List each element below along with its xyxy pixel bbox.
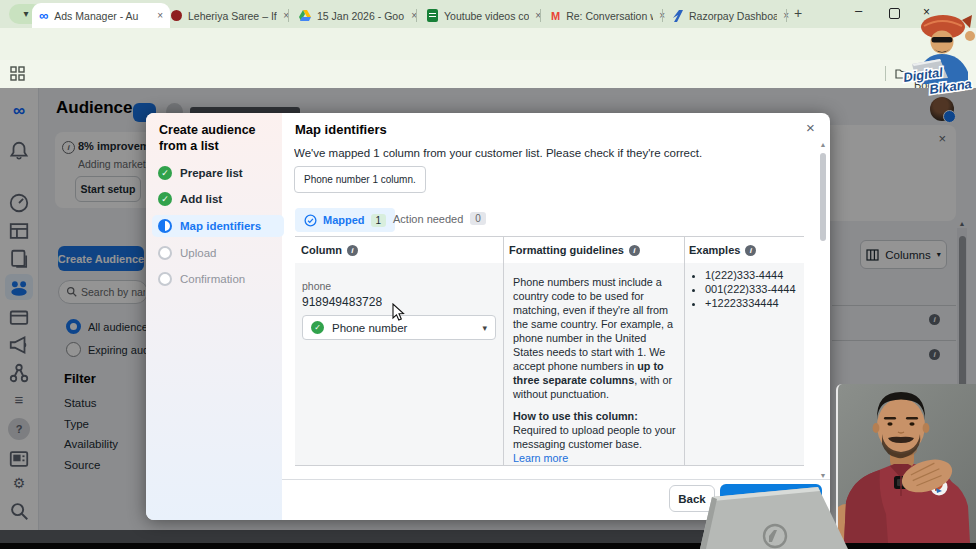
- tab-label: Razorpay Dashboa: [689, 10, 777, 22]
- google-drive-icon: [299, 10, 311, 21]
- column-sample-value: 918949483728: [302, 295, 382, 309]
- table-row: phone 918949483728 ✓ Phone number ▾ Phon…: [295, 263, 804, 465]
- info-icon[interactable]: i: [745, 245, 756, 256]
- tab-separator: [786, 9, 787, 22]
- hp-laptop: [698, 486, 848, 549]
- modal-scrollbar[interactable]: ▲ ▼: [818, 141, 828, 479]
- create-audience-modal: Create audience from a list ✓ Prepare li…: [146, 113, 830, 520]
- tab-separator: [416, 9, 417, 22]
- step-upload[interactable]: Upload: [152, 243, 284, 263]
- step-add-list[interactable]: ✓ Add list: [152, 189, 284, 209]
- mapping-table: Columni Formatting guidelinesi Examplesi…: [295, 236, 804, 466]
- scroll-up-icon[interactable]: ▲: [818, 141, 828, 148]
- caret-down-icon: ▾: [482, 323, 487, 333]
- browser-toolbar: ← → ⟳ adsmanager.facebook.com/adsmanager…: [0, 28, 976, 60]
- example-item: 1(222)333-4444: [705, 268, 796, 282]
- column-divider: [684, 237, 685, 465]
- close-icon[interactable]: ×: [157, 11, 163, 21]
- screen: ▾ ∞ Ads Manager - Au × Leheriya Saree – …: [0, 0, 976, 549]
- tab-mapped[interactable]: Mapped 1: [295, 208, 395, 232]
- wizard-title: Create audience from a list: [159, 122, 271, 154]
- mapped-column-chip[interactable]: Phone number 1 column.: [294, 166, 426, 193]
- window-minimize-button[interactable]: –: [855, 3, 862, 18]
- step-todo-icon: [158, 272, 172, 286]
- tab-separator: [288, 9, 289, 22]
- mouse-cursor: [392, 303, 405, 322]
- site-favicon: [171, 10, 182, 21]
- step-todo-icon: [158, 246, 172, 260]
- tab-label: 15 Jan 2026 - Goo: [317, 10, 405, 22]
- mapped-check-icon: ✓: [311, 321, 324, 334]
- tab-separator: [662, 9, 663, 22]
- google-sheets-icon: [427, 9, 438, 22]
- meta-icon: ∞: [39, 8, 48, 23]
- step-done-icon: ✓: [158, 166, 172, 180]
- tab-action-needed[interactable]: Action needed 0: [393, 212, 486, 225]
- how-to-title: How to use this column:: [513, 409, 677, 423]
- tab-leheriya[interactable]: Leheriya Saree – If ×: [164, 3, 296, 28]
- tab-ads-manager[interactable]: ∞ Ads Manager - Au ×: [32, 3, 170, 28]
- scroll-down-icon[interactable]: ▼: [818, 472, 828, 479]
- channel-mascot-logo: Digital Bikana: [896, 12, 976, 100]
- check-circle-icon: [304, 214, 317, 227]
- presenter-person: [838, 384, 976, 543]
- tab-label: Ads Manager - Au: [54, 10, 151, 22]
- column-divider: [503, 237, 504, 465]
- bookmarks-separator: [885, 66, 886, 81]
- footer-divider: [282, 479, 830, 480]
- examples-list: 1(222)333-4444 001(222)333-4444 +1222333…: [691, 268, 796, 310]
- column-name: phone: [302, 280, 331, 292]
- tab-label: Re: Conversation w: [566, 10, 653, 22]
- step-map-identifiers[interactable]: Map identifiers: [152, 215, 284, 237]
- step-done-icon: ✓: [158, 192, 172, 206]
- mapped-count-badge: 1: [371, 214, 387, 227]
- webcam-overlay: [836, 384, 976, 543]
- modal-scrollbar-thumb[interactable]: [820, 153, 826, 241]
- info-icon[interactable]: i: [347, 245, 358, 256]
- example-item: 001(222)333-4444: [705, 282, 796, 296]
- modal-subtitle: We've mapped 1 column from your customer…: [294, 147, 814, 159]
- example-item: +12223334444: [705, 296, 796, 310]
- apps-grid-icon[interactable]: [10, 66, 25, 81]
- bookmarks-bar: All Bookmarks: [0, 60, 976, 88]
- tab-gmail[interactable]: M Re: Conversation w ×: [544, 3, 672, 28]
- tab-drive[interactable]: 15 Jan 2026 - Goo ×: [292, 3, 424, 28]
- step-confirmation[interactable]: Confirmation: [152, 269, 284, 289]
- tab-label: Youtube videos co: [444, 10, 529, 22]
- modal-close-icon[interactable]: ×: [806, 119, 815, 136]
- wizard-panel: Create audience from a list ✓ Prepare li…: [146, 113, 282, 520]
- formatting-guidelines-text: Phone numbers must include a country cod…: [513, 275, 677, 465]
- new-tab-button[interactable]: +: [794, 5, 802, 21]
- tab-label: Leheriya Saree – If: [188, 10, 277, 22]
- dropdown-value: Phone number: [332, 322, 474, 334]
- gmail-icon: M: [551, 10, 560, 22]
- chevron-down-icon: ▾: [23, 8, 28, 19]
- razorpay-icon: [673, 10, 683, 22]
- tab-razorpay[interactable]: Razorpay Dashboa ×: [666, 3, 796, 28]
- info-icon[interactable]: i: [629, 245, 640, 256]
- tab-sheets[interactable]: Youtube videos co ×: [420, 3, 548, 28]
- guidelines-header: Formatting guidelinesi: [509, 244, 640, 256]
- learn-more-link[interactable]: Learn more: [513, 451, 677, 465]
- action-count-badge: 0: [470, 212, 486, 225]
- how-to-text: Required to upload people to your messag…: [513, 423, 677, 451]
- column-header: Columni: [301, 244, 358, 256]
- examples-header: Examplesi: [689, 244, 756, 256]
- tab-separator: [540, 9, 541, 22]
- step-prepare-list[interactable]: ✓ Prepare list: [152, 163, 284, 183]
- modal-title: Map identifiers: [295, 122, 595, 137]
- browser-tab-bar: ▾ ∞ Ads Manager - Au × Leheriya Saree – …: [0, 0, 976, 28]
- step-current-icon: [158, 219, 172, 233]
